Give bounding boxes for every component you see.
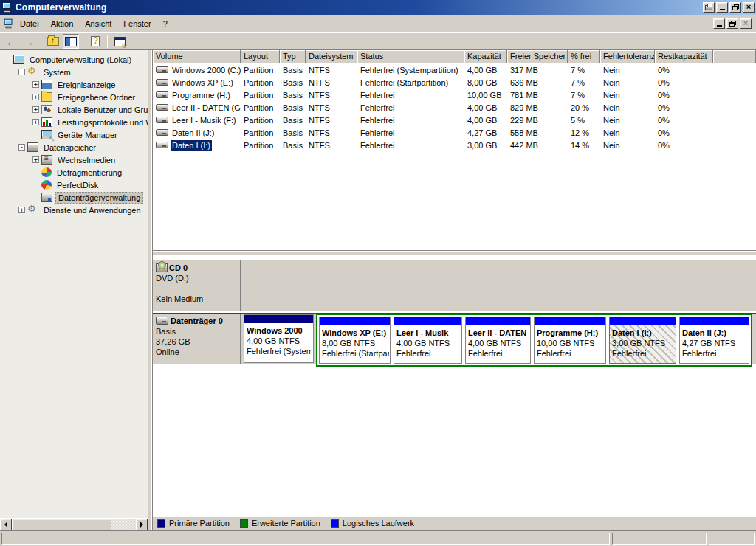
column-header-status[interactable]: Status [357, 50, 464, 63]
volume-name: Windows 2000 (C:) [171, 65, 241, 75]
print-window-button[interactable] [703, 2, 715, 13]
scrollbar-track[interactable] [111, 519, 136, 530]
column-header-volume[interactable]: Volume [153, 50, 241, 63]
partition-programme-h[interactable]: Programme (H:)10,00 GB NTFSFehlerfrei [534, 317, 606, 364]
volume-list: VolumeLayoutTypDateisystemStatusKapazitä… [153, 50, 756, 251]
child-restore-button[interactable] [726, 18, 738, 29]
computer-icon [13, 55, 24, 64]
up-one-level-button[interactable] [45, 34, 61, 49]
shared-folder-icon [41, 92, 52, 102]
disk-icon [156, 317, 168, 325]
menu-datei[interactable]: Datei [14, 17, 45, 30]
minimize-button[interactable] [716, 2, 728, 13]
column-header-kapazit-t[interactable]: Kapazität [464, 50, 507, 63]
tree-item-leistungsprotokolle-und-warn[interactable]: +Leistungsprotokolle und Warn [3, 116, 148, 128]
cd-medium-status: Kein Medium [156, 294, 237, 304]
tree-item-lokale-benutzer-und-gruppen[interactable]: +Lokale Benutzer und Gruppen [3, 103, 148, 116]
graphical-view: CD 0 DVD (D:) Kein Medium Datenträger 0 … [153, 255, 756, 516]
show-console-tree-button[interactable] [63, 34, 79, 49]
cd-icon [156, 263, 168, 272]
scrollbar-thumb[interactable] [12, 519, 111, 531]
cell-frei: 781 MB [507, 91, 568, 100]
toolbar-separator [107, 35, 108, 48]
table-row[interactable]: Leer I - Musik (F:)PartitionBasisNTFSFeh… [153, 114, 756, 126]
scroll-right-button[interactable] [136, 519, 148, 531]
back-button[interactable]: ← [3, 34, 19, 49]
volume-icon [156, 129, 168, 136]
menu-hilfe[interactable]: ? [157, 17, 173, 30]
tree-item-dienste-und-anwendungen[interactable]: +Dienste und Anwendungen [3, 204, 148, 216]
statusbar-panel [709, 533, 755, 545]
expander-icon[interactable]: + [32, 94, 39, 100]
expander-icon[interactable]: + [32, 81, 39, 88]
column-header-typ[interactable]: Typ [280, 50, 306, 63]
partition-windows-xp-e[interactable]: Windows XP (E:)8,00 GB NTFSFehlerfrei (S… [319, 317, 391, 364]
child-close-button[interactable]: × [740, 18, 752, 29]
volume-name: Leer II - DATEN (G:) [171, 103, 241, 113]
column-header-frei[interactable]: % frei [568, 50, 600, 63]
tree-item-computerverwaltung-lokal[interactable]: Computerverwaltung (Lokal) [3, 53, 148, 66]
restore-button[interactable] [729, 2, 741, 13]
close-button[interactable]: × [743, 2, 755, 13]
menu-fenster[interactable]: Fenster [117, 17, 157, 30]
partition-daten-ii-j[interactable]: Daten II (J:)4,27 GB NTFSFehlerfrei [679, 317, 749, 364]
users-icon [41, 105, 52, 114]
child-minimize-button[interactable] [713, 18, 725, 29]
cell-fs: NTFS [306, 116, 357, 125]
console-properties-button[interactable] [111, 34, 128, 49]
tree-item-datentr-gerverwaltung[interactable]: Datenträgerverwaltung [3, 191, 148, 204]
table-row[interactable]: Windows XP (E:)PartitionBasisNTFSFehlerf… [153, 76, 756, 89]
table-row[interactable]: Windows 2000 (C:)PartitionBasisNTFSFehle… [153, 63, 756, 76]
cell-frei: 636 MB [507, 78, 568, 87]
column-header-restkapazit-t[interactable]: Restkapazität [655, 50, 713, 63]
help-button[interactable] [87, 34, 103, 49]
expander-icon[interactable]: - [18, 144, 25, 151]
partition-daten-i-i[interactable]: Daten I (I:)3,00 GB NTFSFehlerfrei [609, 317, 676, 364]
cell-rest: 0% [655, 66, 713, 75]
expander-icon[interactable]: + [32, 156, 39, 163]
column-header-fehlertoleranz[interactable]: Fehlertoleranz [600, 50, 655, 63]
tree-horizontal-scrollbar[interactable] [0, 518, 148, 530]
expander-icon[interactable]: - [18, 69, 25, 75]
tree-item-wechselmedien[interactable]: +Wechselmedien [3, 153, 148, 166]
table-row[interactable]: Programme (H:)PartitionBasisNTFSFehlerfr… [153, 89, 756, 101]
tree-item-label: Defragmentierung [55, 167, 124, 178]
disk0-label[interactable]: Datenträger 0 Basis 37,26 GB Online [153, 314, 241, 364]
expander-icon[interactable]: + [32, 106, 39, 113]
partition-leer-ii-daten[interactable]: Leer II - DATEN4,00 GB NTFSFehlerfrei [465, 317, 531, 364]
cell-rest: 0% [655, 128, 713, 137]
cell-frei: 442 MB [507, 141, 568, 150]
table-row[interactable]: Daten I (I:)PartitionBasisNTFSFehlerfrei… [153, 139, 756, 151]
scroll-left-button[interactable] [0, 519, 12, 531]
column-header-freier-speicher[interactable]: Freier Speicher [507, 50, 568, 63]
window-title: Computerverwaltung [16, 2, 107, 13]
tree-item-defragmentierung[interactable]: Defragmentierung [3, 166, 148, 179]
legend-bar: Primäre PartitionErweiterte PartitionLog… [153, 516, 756, 530]
tree-item-system[interactable]: -System [3, 66, 148, 78]
table-row[interactable]: Leer II - DATEN (G:)PartitionBasisNTFSFe… [153, 101, 756, 114]
forward-icon: → [24, 36, 35, 47]
column-header-dateisystem[interactable]: Dateisystem [306, 50, 357, 63]
expander-icon[interactable]: + [32, 119, 39, 125]
cell-fs: NTFS [306, 91, 357, 100]
cell-volume: Leer II - DATEN (G:) [153, 103, 241, 113]
partition-info: Leer II - DATEN4,00 GB NTFSFehlerfrei [466, 325, 530, 363]
forward-button[interactable]: → [21, 34, 37, 49]
menu-ansicht[interactable]: Ansicht [79, 17, 117, 30]
cd-drive-label[interactable]: CD 0 DVD (D:) Kein Medium [153, 260, 241, 311]
minimize-icon [717, 25, 722, 27]
partition-leer-i-musik[interactable]: Leer I - Musik4,00 GB NTFSFehlerfrei [394, 317, 462, 364]
tree-item-freigegebene-ordner[interactable]: +Freigegebene Ordner [3, 91, 148, 103]
partition-windows-2000[interactable]: Windows 20004,00 GB NTFSFehlerfrei (Syst… [244, 314, 314, 363]
tree-item-ereignisanzeige[interactable]: +Ereignisanzeige [3, 78, 148, 91]
menu-aktion[interactable]: Aktion [45, 17, 80, 30]
scroll-left-icon [1, 522, 7, 528]
table-row[interactable]: Daten II (J:)PartitionBasisNTFSFehlerfre… [153, 126, 756, 139]
expander-icon[interactable]: + [18, 207, 25, 213]
column-header-layout[interactable]: Layout [241, 50, 280, 63]
tree-item-datenspeicher[interactable]: -Datenspeicher [3, 141, 148, 153]
cell-ft: Nein [600, 103, 655, 112]
tree-item-ger-te-manager[interactable]: Geräte-Manager [3, 128, 148, 141]
logical-partition-bar [466, 317, 530, 325]
tree-item-perfectdisk[interactable]: PerfectDisk [3, 179, 148, 191]
